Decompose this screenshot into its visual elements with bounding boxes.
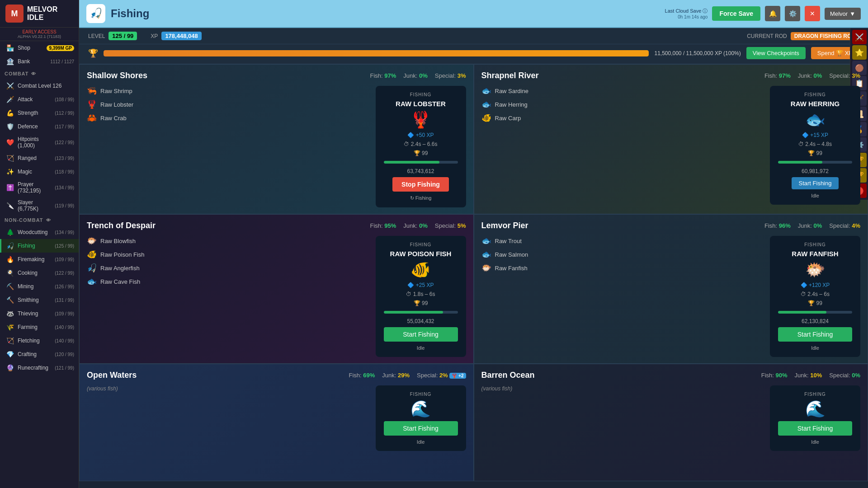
start-fishing-button-trench[interactable]: Start Fishing xyxy=(384,327,458,342)
main-content: LEVEL 125 / 99 XP 178,448,048 CURRENT RO… xyxy=(79,28,868,488)
sidebar-item-attack[interactable]: 🗡️ Attack (108 / 99) xyxy=(0,93,79,106)
sidebar-item-fishing[interactable]: 🎣 Fishing (125 / 99) xyxy=(0,239,79,253)
sidebar-item-strength[interactable]: 💪 Strength (112 / 99) xyxy=(0,106,79,120)
logo: M xyxy=(5,5,24,23)
magic-icon: ✨ xyxy=(6,168,14,176)
settings-button[interactable]: ⚙️ xyxy=(785,6,800,21)
fishing-progress-fill xyxy=(778,161,822,164)
sidebar-item-woodcutting[interactable]: 🌲 Woodcutting (134 / 99) xyxy=(0,225,79,239)
area-body-shallow-shores: 🦐Raw Shrimp 🦞Raw Lobster 🦀Raw Crab FISHI… xyxy=(87,86,466,207)
fish-display-icon: 🐠 xyxy=(410,260,431,279)
rp-star-icon[interactable]: ⭐ xyxy=(852,45,867,60)
force-save-button[interactable]: Force Save xyxy=(712,6,760,21)
sidebar-item-bank[interactable]: 🏦 Bank 1112 / 1127 xyxy=(0,55,79,68)
fish-list-lemvor: 🐟Raw Trout 🐟Raw Salmon 🐡Raw Fanfish xyxy=(481,236,763,357)
fish-list-barren-ocean: (various fish) xyxy=(481,385,763,451)
area-header-shallow-shores: Shallow Shores Fish: 97% Junk: 0% Specia… xyxy=(87,71,466,80)
area-header-open-waters: Open Waters Fish: 69% Junk: 29% Special:… xyxy=(87,371,466,380)
stop-fishing-button[interactable]: Stop Fishing xyxy=(392,177,449,192)
fishing-panel-shallow-shores: FISHING RAW LOBSTER 🦞 🔷 +50 XP ⏱ 2.4s – … xyxy=(376,86,466,207)
sidebar-item-runecrafting[interactable]: 🔮 Runecrafting (121 / 99) xyxy=(0,361,79,375)
fish-item: 🦐Raw Shrimp xyxy=(87,86,368,96)
sidebar-item-smithing[interactable]: 🔨 Smithing (131 / 99) xyxy=(0,293,79,307)
fletching-icon: 🏹 xyxy=(6,337,14,345)
start-fishing-button-open-waters[interactable]: Start Fishing xyxy=(384,421,458,436)
fish-display-icon: 🦞 xyxy=(410,110,431,129)
combat-visibility-toggle[interactable]: 👁 xyxy=(31,71,36,76)
topbar: 🎣 Fishing Last Cloud Save ⓘ 0h 1m 14s ag… xyxy=(79,0,868,28)
sidebar-item-prayer[interactable]: ✝️ Prayer (732,195) (134 / 99) xyxy=(0,178,79,197)
combat-icon: ⚔️ xyxy=(6,82,14,90)
strength-icon: 💪 xyxy=(6,109,14,117)
fish-display-icon: 🌊 xyxy=(805,399,826,418)
fishing-progress-bar xyxy=(384,161,458,164)
fishing-icon: 🎣 xyxy=(6,242,14,250)
start-fishing-button-lemvor[interactable]: Start Fishing xyxy=(778,327,852,342)
fishing-progress-fill xyxy=(778,311,826,314)
sidebar-item-fletching[interactable]: 🏹 Fletching (140 / 99) xyxy=(0,334,79,347)
view-checkpoints-button[interactable]: View Checkpoints xyxy=(746,47,806,59)
fishing-panel-lemvor: FISHING RAW FANFISH 🐡 🔷 +120 XP ⏱ 2.4s –… xyxy=(770,236,860,357)
combat-skills-list: 🗡️ Attack (108 / 99) 💪 Strength (112 / 9… xyxy=(0,93,79,215)
defence-icon: 🛡️ xyxy=(6,122,14,131)
farming-icon: 🌾 xyxy=(6,323,14,331)
sidebar-item-hitpoints[interactable]: ❤️ Hitpoints (1,000) (122 / 99) xyxy=(0,133,79,151)
sidebar-item-farming[interactable]: 🌾 Farming (140 / 99) xyxy=(0,320,79,334)
fish-item: 🐠Raw Carp xyxy=(481,113,763,123)
sidebar-item-ranged[interactable]: 🏹 Ranged (123 / 99) xyxy=(0,151,79,165)
ranged-icon: 🏹 xyxy=(6,154,14,162)
fish-item: 🦀Raw Crab xyxy=(87,113,368,123)
fishing-grid: Shallow Shores Fish: 97% Junk: 0% Specia… xyxy=(79,64,868,481)
area-body-lemvor: 🐟Raw Trout 🐟Raw Salmon 🐡Raw Fanfish FISH… xyxy=(481,236,861,357)
fish-display-icon: 🐟 xyxy=(805,110,826,129)
start-fishing-button-barren-ocean[interactable]: Start Fishing xyxy=(778,421,852,436)
firemaking-icon: 🔥 xyxy=(6,255,14,263)
app-name: MELVORIDLE xyxy=(27,5,57,21)
user-menu-button[interactable]: Melvor ▼ xyxy=(825,8,861,20)
woodcutting-icon: 🌲 xyxy=(6,228,14,236)
idle-status: Idle xyxy=(811,193,819,198)
fishing-status: ↻ Fishing xyxy=(410,195,432,201)
sidebar-item-crafting[interactable]: 💎 Crafting (120 / 99) xyxy=(0,347,79,361)
area-header-trench: Trench of Despair Fish: 95% Junk: 0% Spe… xyxy=(87,221,466,230)
area-shallow-shores: Shallow Shores Fish: 97% Junk: 0% Specia… xyxy=(79,64,474,214)
fish-item: 🐡Raw Fanfish xyxy=(481,263,763,273)
sidebar-item-defence[interactable]: 🛡️ Defence (117 / 99) xyxy=(0,120,79,133)
idle-status: Idle xyxy=(811,345,819,351)
non-combat-visibility-toggle[interactable]: 👁 xyxy=(46,218,51,223)
sidebar-item-cooking[interactable]: 🍳 Cooking (122 / 99) xyxy=(0,266,79,280)
hitpoints-icon: ❤️ xyxy=(6,138,14,146)
fish-list-shallow-shores: 🦐Raw Shrimp 🦞Raw Lobster 🦀Raw Crab xyxy=(87,86,368,207)
sidebar-item-thieving[interactable]: 🦝 Thieving (109 / 99) xyxy=(0,307,79,320)
idle-status: Idle xyxy=(811,439,819,445)
close-button[interactable]: ✕ xyxy=(805,6,820,21)
sidebar-item-firemaking[interactable]: 🔥 Firemaking (109 / 99) xyxy=(0,253,79,266)
sidebar-item-mining[interactable]: ⛏️ Mining (126 / 99) xyxy=(0,280,79,293)
sidebar-item-shop[interactable]: 🏪 Shop 9,399M GP xyxy=(0,41,79,55)
area-body-shrapnel-river: 🐟Raw Sardine 🐟Raw Herring 🐠Raw Carp FISH… xyxy=(481,86,861,205)
rp-combat-icon[interactable]: ⚔️ xyxy=(852,30,867,44)
topbar-right: Last Cloud Save ⓘ 0h 1m 14s ago Force Sa… xyxy=(665,6,861,21)
attack-icon: 🗡️ xyxy=(6,95,14,103)
fishing-panel-trench: FISHING RAW POISON FISH 🐠 🔷 +25 XP ⏱ 1.8… xyxy=(376,236,466,357)
fish-item: 🐠Raw Poison Fish xyxy=(87,249,368,259)
sidebar-item-slayer[interactable]: 🔪 Slayer (6,775K) (119 / 99) xyxy=(0,197,79,215)
fishing-progress-fill xyxy=(384,161,439,164)
chevron-down-icon: ▼ xyxy=(849,10,855,17)
bank-icon: 🏦 xyxy=(6,57,14,66)
sidebar-item-magic[interactable]: ✨ Magic (118 / 99) xyxy=(0,165,79,178)
shop-icon: 🏪 xyxy=(6,44,14,52)
fish-item: 🐟Raw Sardine xyxy=(481,86,763,96)
notification-button[interactable]: 🔔 xyxy=(765,6,780,21)
start-fishing-button-shrapnel[interactable]: Start Fishing xyxy=(792,177,839,189)
fish-item: 🐟Raw Salmon xyxy=(481,249,763,259)
fish-display-icon: 🌊 xyxy=(410,399,431,418)
fishing-progress-fill xyxy=(384,311,443,314)
area-header-lemvor: Lemvor Pier Fish: 96% Junk: 0% Special: … xyxy=(481,221,861,230)
xp-bar-fill xyxy=(104,50,649,56)
fishing-panel-open-waters: FISHING 🌊 Start Fishing Idle xyxy=(376,385,466,451)
fish-item: 🎣Raw Anglerfish xyxy=(87,263,368,273)
sidebar-item-combat-level[interactable]: ⚔️ Combat Level 126 xyxy=(0,79,79,93)
area-shrapnel-river: Shrapnel River Fish: 97% Junk: 0% Specia… xyxy=(474,64,868,214)
runecrafting-icon: 🔮 xyxy=(6,364,14,372)
